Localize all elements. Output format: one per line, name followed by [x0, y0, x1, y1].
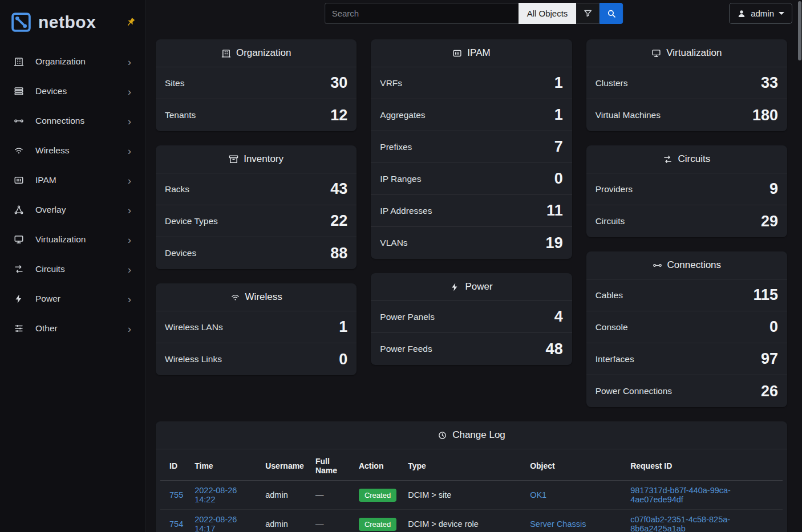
stat-row-wireless-lans[interactable]: Wireless LANs 1 [156, 311, 357, 343]
circuits-card: Circuits Providers 9 Circuits 29 [586, 145, 787, 237]
stat-row-power-feeds[interactable]: Power Feeds 48 [371, 333, 572, 365]
changelog-id-link[interactable]: 755 [169, 490, 183, 499]
changelog-request-id-link[interactable]: c07f0ab2-2351-4c58-825a-8b6a2425a1ab [630, 515, 730, 532]
filter-icon [583, 9, 593, 18]
building-icon [221, 48, 231, 58]
stat-row-clusters[interactable]: Clusters 33 [586, 67, 787, 99]
dashboard-grid: Organization Sites 30 Tenants 12 Invento… [156, 39, 787, 407]
stat-row-cables[interactable]: Cables 115 [586, 279, 787, 311]
brand-name[interactable]: netbox [38, 13, 96, 32]
stat-row-device-types[interactable]: Device Types 22 [156, 205, 357, 237]
sidebar-item-connections[interactable]: Connections › [6, 106, 139, 136]
stat-value: 97 [761, 350, 778, 368]
stat-row-power-panels[interactable]: Power Panels 4 [371, 301, 572, 333]
stat-row-sites[interactable]: Sites 30 [156, 67, 357, 99]
card-header: Organization [156, 39, 357, 67]
pin-icon[interactable] [123, 15, 137, 29]
changelog-request-id-link[interactable]: 9817317d-b67f-440a-99ca-4ae07ede94df [630, 486, 731, 504]
stat-label: IP Addresses [380, 206, 432, 216]
stat-row-power-connections[interactable]: Power Connections 26 [586, 375, 787, 407]
netbox-logo-icon[interactable] [9, 10, 33, 34]
chevron-right-icon: › [128, 234, 131, 245]
stat-value: 9 [769, 180, 778, 198]
stat-row-prefixes[interactable]: Prefixes 7 [371, 131, 572, 163]
search-button[interactable] [600, 3, 623, 24]
changelog-object-link[interactable]: Server Chassis [530, 519, 586, 529]
sidebar-item-label: Connections [35, 116, 84, 126]
stat-row-vrfs[interactable]: VRFs 1 [371, 67, 572, 99]
stat-value: 1 [339, 318, 347, 336]
transfer-icon [14, 264, 24, 274]
stat-row-racks[interactable]: Racks 43 [156, 173, 357, 205]
cable-icon [653, 261, 662, 270]
chevron-right-icon: › [128, 323, 131, 334]
col-header-type: Type [402, 450, 524, 481]
card-header: Wireless [156, 283, 357, 311]
stat-row-virtual-machines[interactable]: Virtual Machines 180 [586, 99, 787, 131]
stat-value: 0 [769, 318, 778, 336]
ipam-card: IPAM VRFs 1 Aggregates 1 Prefixes 7 IP R… [371, 39, 572, 259]
card-title: Virtualization [666, 47, 722, 59]
stat-label: Racks [165, 184, 189, 194]
stat-row-ip-ranges[interactable]: IP Ranges 0 [371, 163, 572, 195]
stat-row-devices[interactable]: Devices 88 [156, 237, 357, 269]
stat-row-ip-addresses[interactable]: IP Addresses 11 [371, 195, 572, 227]
power-card: Power Power Panels 4 Power Feeds 48 [371, 273, 572, 365]
changelog-object-link[interactable]: OK1 [530, 490, 546, 499]
page-scrollbar[interactable] [797, 0, 802, 532]
changelog-time-link[interactable]: 2022-08-26 14:17 [195, 515, 237, 532]
connections-card: Connections Cables 115 Console 0 Interfa… [586, 251, 787, 407]
stat-row-tenants[interactable]: Tenants 12 [156, 99, 357, 131]
stat-row-aggregates[interactable]: Aggregates 1 [371, 99, 572, 131]
stat-label: Console [596, 322, 628, 332]
lightning-icon [450, 282, 460, 292]
sidebar-item-label: Wireless [35, 145, 69, 156]
dashboard: Organization Sites 30 Tenants 12 Invento… [145, 27, 797, 532]
stat-label: Prefixes [380, 142, 412, 152]
sidebar-item-other[interactable]: Other › [6, 314, 139, 343]
sidebar-item-devices[interactable]: Devices › [6, 76, 139, 106]
stat-row-providers[interactable]: Providers 9 [586, 173, 787, 205]
dashboard-col-3: Virtualization Clusters 33 Virtual Machi… [586, 39, 787, 407]
stat-value: 1 [554, 74, 563, 92]
changelog-id-link[interactable]: 754 [169, 519, 183, 529]
changelog-type: DCIM > site [402, 481, 524, 510]
sidebar-item-label: Power [35, 294, 60, 304]
card-header: Change Log [156, 421, 787, 449]
virtualization-card: Virtualization Clusters 33 Virtual Machi… [586, 39, 787, 131]
stat-value: 1 [554, 106, 563, 124]
stat-row-vlans[interactable]: VLANs 19 [371, 227, 572, 259]
card-header: IPAM [371, 39, 572, 67]
filter-button[interactable] [576, 3, 600, 24]
user-menu-button[interactable]: admin [729, 3, 792, 24]
sidebar-item-virtualization[interactable]: Virtualization › [6, 225, 139, 254]
table-row: 754 2022-08-26 14:17 admin — Created DCI… [160, 510, 783, 532]
stat-label: Devices [165, 248, 196, 258]
table-header-row: ID Time Username Full Name Action Type O… [160, 450, 783, 481]
card-title: IPAM [467, 47, 490, 59]
stat-label: Power Feeds [380, 344, 432, 354]
sidebar-item-power[interactable]: Power › [6, 284, 139, 314]
stat-label: Clusters [596, 78, 628, 88]
sidebar-item-overlay[interactable]: Overlay › [6, 195, 139, 225]
sidebar-item-wireless[interactable]: Wireless › [6, 136, 139, 165]
stat-row-wireless-links[interactable]: Wireless Links 0 [156, 343, 357, 375]
stat-row-console[interactable]: Console 0 [586, 311, 787, 343]
sidebar-item-organization[interactable]: Organization › [6, 47, 139, 76]
stat-row-interfaces[interactable]: Interfaces 97 [586, 343, 787, 375]
search-input[interactable] [325, 3, 519, 24]
stat-value: 0 [339, 351, 347, 368]
changelog-time-link[interactable]: 2022-08-26 14:22 [195, 486, 237, 504]
changelog-card: Change Log ID Time Username Full Name Ac… [156, 421, 787, 532]
object-type-dropdown[interactable]: All Objects [519, 3, 577, 24]
sidebar-item-circuits[interactable]: Circuits › [6, 254, 139, 284]
dashboard-col-2: IPAM VRFs 1 Aggregates 1 Prefixes 7 IP R… [371, 39, 572, 365]
stat-label: IP Ranges [380, 174, 421, 184]
stat-label: Aggregates [380, 110, 425, 120]
sidebar-item-ipam[interactable]: IPAM › [6, 165, 139, 195]
stat-row-circuits[interactable]: Circuits 29 [586, 205, 787, 237]
sidebar-item-label: Devices [35, 86, 67, 96]
scrollbar-thumb[interactable] [798, 1, 801, 60]
stat-value: 4 [554, 308, 563, 326]
stat-value: 33 [761, 74, 778, 92]
